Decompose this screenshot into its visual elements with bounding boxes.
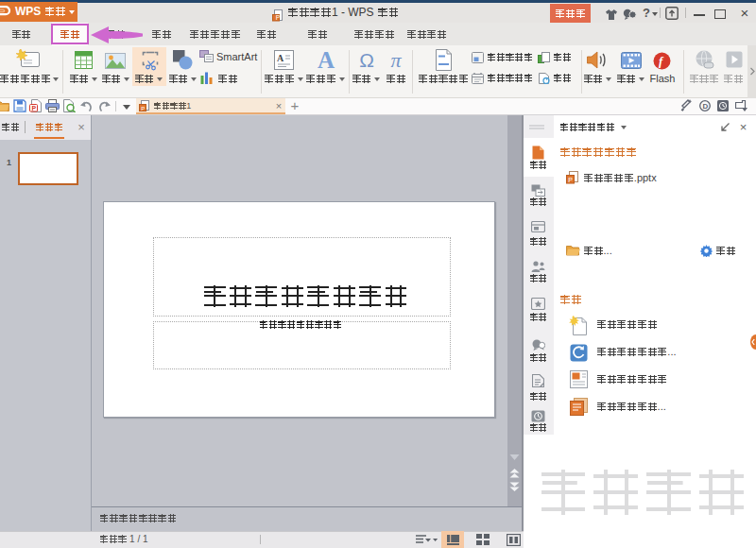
svg-text:D: D: [703, 102, 709, 111]
svg-text:P: P: [568, 177, 573, 183]
svg-text:P: P: [32, 105, 37, 111]
svg-text:P: P: [276, 14, 280, 21]
svg-text:A: A: [277, 53, 284, 63]
svg-text:P: P: [141, 106, 145, 111]
